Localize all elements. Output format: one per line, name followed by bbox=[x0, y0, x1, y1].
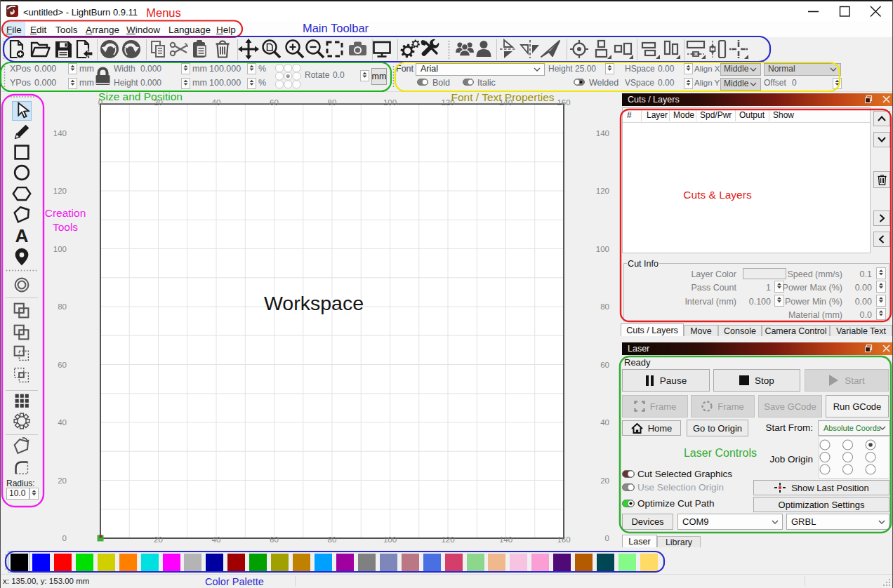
svg-text:60: 60 bbox=[600, 361, 609, 369]
svg-text:100: 100 bbox=[596, 245, 609, 253]
svg-text:160: 160 bbox=[557, 535, 570, 544]
svg-text:20: 20 bbox=[154, 98, 163, 107]
svg-text:80: 80 bbox=[328, 98, 337, 107]
svg-text:60: 60 bbox=[270, 535, 279, 544]
svg-text:140: 140 bbox=[53, 129, 67, 138]
svg-text:20: 20 bbox=[154, 535, 163, 544]
svg-text:160: 160 bbox=[557, 98, 570, 107]
svg-text:140: 140 bbox=[596, 129, 609, 138]
svg-text:120: 120 bbox=[441, 535, 454, 544]
svg-text:0: 0 bbox=[605, 534, 609, 542]
svg-text:100: 100 bbox=[383, 535, 397, 544]
svg-text:20: 20 bbox=[58, 476, 67, 485]
svg-text:60: 60 bbox=[270, 98, 279, 107]
svg-text:40: 40 bbox=[58, 418, 67, 427]
svg-text:100: 100 bbox=[53, 245, 67, 253]
svg-text:120: 120 bbox=[441, 98, 454, 107]
svg-text:40: 40 bbox=[600, 418, 609, 427]
svg-text:120: 120 bbox=[596, 187, 609, 195]
svg-text:80: 80 bbox=[328, 535, 337, 544]
svg-text:40: 40 bbox=[212, 98, 221, 107]
svg-text:140: 140 bbox=[499, 535, 512, 544]
svg-text:100: 100 bbox=[383, 98, 397, 107]
svg-text:60: 60 bbox=[58, 361, 67, 369]
svg-text:80: 80 bbox=[58, 302, 67, 311]
svg-text:20: 20 bbox=[600, 476, 609, 485]
svg-text:40: 40 bbox=[212, 535, 221, 544]
svg-text:0: 0 bbox=[62, 534, 67, 542]
svg-text:0: 0 bbox=[98, 98, 102, 107]
svg-text:140: 140 bbox=[499, 98, 512, 107]
svg-text:120: 120 bbox=[53, 187, 67, 195]
